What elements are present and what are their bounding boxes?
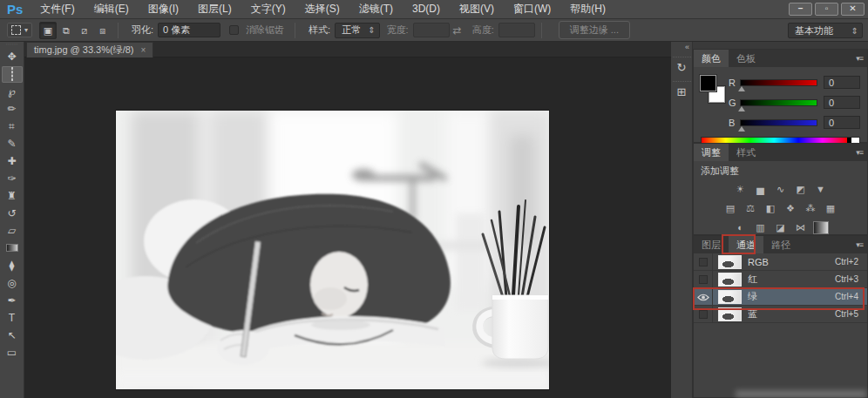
adjust-tab-调整[interactable]: 调整	[694, 144, 729, 161]
slider-value-G[interactable]: 0	[824, 96, 860, 109]
tool-preset-picker[interactable]: ▾	[7, 23, 32, 37]
channel-mixer-icon[interactable]: ⁂	[803, 202, 818, 215]
color-tab-色板[interactable]: 色板	[729, 50, 763, 67]
selective-color-icon[interactable]: ⋈	[793, 221, 809, 234]
gradient-tool[interactable]	[2, 240, 23, 257]
channels-tab-图层[interactable]: 图层	[694, 236, 729, 253]
gradient-map-icon[interactable]	[813, 221, 829, 234]
exposure-icon[interactable]: ◩	[793, 183, 809, 196]
new-selection-button[interactable]: ▣	[39, 22, 57, 39]
visibility-toggle-绿[interactable]	[694, 288, 713, 305]
channel-row-蓝[interactable]: 蓝Ctrl+5	[694, 306, 867, 323]
width-input[interactable]	[413, 23, 450, 37]
style-dropdown[interactable]: 正常 ⇕	[335, 23, 379, 38]
menu-item-10[interactable]: 帮助(H)	[560, 0, 615, 18]
panel-grip[interactable]: ⋯⋯	[0, 42, 24, 48]
eraser-tool[interactable]: ▱	[2, 223, 23, 239]
slider-track-G[interactable]	[740, 99, 817, 106]
channel-row-红[interactable]: 红Ctrl+3	[694, 271, 867, 288]
close-tab-icon[interactable]: ×	[141, 45, 146, 55]
swap-dimensions-icon[interactable]: ⇄	[453, 24, 462, 37]
channel-row-绿[interactable]: 绿Ctrl+4	[694, 288, 867, 306]
close-button[interactable]: ✕	[841, 3, 865, 16]
canvas-image[interactable]	[116, 111, 549, 389]
workspace-switcher[interactable]: 基本功能 ⇕	[788, 23, 863, 38]
height-input[interactable]	[498, 23, 535, 37]
channels-tab-通道[interactable]: 通道	[729, 236, 763, 253]
visibility-toggle-红[interactable]	[694, 271, 713, 287]
color-balance-icon[interactable]: ⚖	[743, 202, 758, 215]
vibrance-icon[interactable]: ▼	[813, 183, 829, 196]
refine-edge-button[interactable]: 调整边缘 ...	[559, 21, 630, 39]
slider-thumb-G[interactable]	[738, 106, 745, 111]
document-tab[interactable]: timg.jpg @ 33.3%(绿/8) ×	[26, 42, 153, 57]
history-panel-icon[interactable]: ↻	[673, 57, 691, 78]
channel-row-RGB[interactable]: RGBCtrl+2	[694, 253, 867, 271]
subtract-from-selection-button[interactable]: ⧄	[76, 22, 93, 39]
slider-track-R[interactable]	[740, 79, 817, 86]
curves-icon[interactable]: ∿	[773, 183, 789, 196]
menu-item-4[interactable]: 文字(Y)	[241, 0, 295, 18]
color-panel-tabs: 颜色色板▾≡	[694, 50, 867, 67]
crop-tool[interactable]: ⌗	[2, 118, 23, 135]
slider-thumb-B[interactable]	[738, 126, 745, 132]
panel-menu-icon[interactable]: ▾≡	[856, 50, 867, 67]
quick-selection-tool[interactable]: ✏	[2, 101, 23, 118]
color-tab-颜色[interactable]: 颜色	[694, 50, 729, 67]
maximize-button[interactable]: ▫	[815, 3, 838, 16]
path-selection-tool[interactable]: ↖	[2, 327, 23, 344]
lasso-tool[interactable]: ℘	[2, 84, 23, 100]
clone-stamp-tool[interactable]: ♜	[2, 188, 23, 205]
brush-tool[interactable]: ✑	[2, 171, 23, 187]
invert-icon[interactable]: ◐	[733, 221, 749, 234]
photoshop-logo: Ps	[7, 2, 23, 17]
slider-thumb-R[interactable]	[738, 86, 745, 91]
black-white-icon[interactable]: ◧	[763, 202, 778, 215]
canvas-area[interactable]: timg.jpg @ 33.3%(绿/8) ×	[24, 42, 671, 398]
minimize-button[interactable]: –	[789, 3, 812, 16]
panel-menu-icon[interactable]: ▾≡	[856, 144, 867, 161]
posterize-icon[interactable]: ▥	[753, 221, 769, 234]
photo-filter-icon[interactable]: ❖	[783, 202, 798, 215]
add-to-selection-button[interactable]: ⧉	[58, 22, 75, 39]
adjust-tab-样式[interactable]: 样式	[729, 144, 763, 161]
channels-tab-路径[interactable]: 路径	[763, 236, 798, 253]
levels-icon[interactable]: ▅	[753, 183, 769, 196]
spot-healing-brush-tool[interactable]: ✚	[2, 153, 23, 170]
foreground-background-swatches[interactable]	[699, 73, 729, 122]
brightness-contrast-icon[interactable]: ☀	[733, 183, 749, 196]
color-lookup-icon[interactable]: ▦	[823, 202, 838, 215]
menu-item-1[interactable]: 编辑(E)	[85, 0, 139, 18]
hue-saturation-icon[interactable]: ▤	[722, 202, 738, 215]
visibility-toggle-蓝[interactable]	[694, 306, 713, 322]
intersect-selection-button[interactable]: ⧈	[94, 22, 112, 39]
properties-panel-icon[interactable]: ⊞	[673, 81, 691, 102]
menu-item-3[interactable]: 图层(L)	[188, 0, 241, 18]
eyedropper-tool[interactable]: ✎	[2, 136, 23, 152]
foreground-color-swatch[interactable]	[700, 75, 716, 91]
dodge-tool[interactable]: ◎	[2, 275, 23, 292]
pen-tool[interactable]: ✒	[2, 293, 23, 309]
move-tool[interactable]: ✥	[2, 49, 23, 65]
slider-track-B[interactable]	[740, 119, 817, 126]
menu-item-9[interactable]: 窗口(W)	[504, 0, 560, 18]
antialias-checkbox[interactable]	[229, 25, 239, 35]
menu-item-8[interactable]: 视图(V)	[450, 0, 504, 18]
type-tool[interactable]: T	[2, 310, 23, 327]
collapse-dock-icon[interactable]: «	[671, 42, 692, 53]
blur-tool[interactable]: ⧫	[2, 258, 23, 274]
menu-item-7[interactable]: 3D(D)	[403, 0, 450, 18]
menu-item-6[interactable]: 滤镜(T)	[349, 0, 403, 18]
menu-item-5[interactable]: 选择(S)	[295, 0, 349, 18]
rectangular-marquee-tool[interactable]	[2, 66, 23, 83]
feather-input[interactable]: 0 像素	[158, 23, 220, 37]
history-brush-tool[interactable]: ↺	[2, 206, 23, 222]
menu-item-0[interactable]: 文件(F)	[31, 0, 84, 18]
rectangle-tool[interactable]: ▭	[2, 345, 23, 361]
slider-value-R[interactable]: 0	[824, 76, 860, 89]
slider-value-B[interactable]: 0	[824, 116, 860, 129]
threshold-icon[interactable]: ◪	[773, 221, 789, 234]
panel-menu-icon[interactable]: ▾≡	[856, 236, 867, 253]
visibility-toggle-RGB[interactable]	[694, 253, 713, 270]
menu-item-2[interactable]: 图像(I)	[139, 0, 188, 18]
